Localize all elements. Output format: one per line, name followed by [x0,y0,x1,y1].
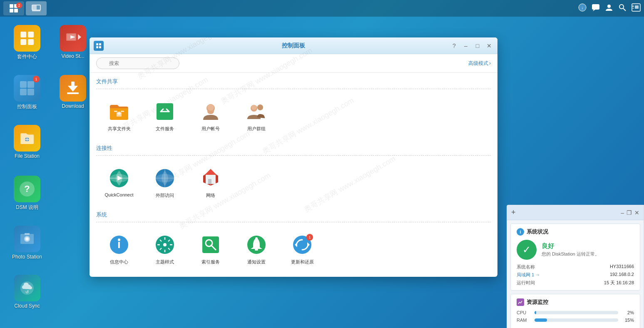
user-account-icon [199,100,222,123]
user-icon[interactable] [605,3,613,14]
sys-name-label: 系统名称 [517,264,574,270]
cp-minimize-btn[interactable]: – [462,42,470,50]
sys-lan-label[interactable]: 局域网 1 → [517,272,574,278]
svg-rect-18 [20,32,26,37]
svg-point-58 [207,104,214,111]
sys-panel-buttons: – ❐ ✕ [621,209,639,216]
cp-help-btn[interactable]: ? [450,42,458,50]
quickconnect-label: QuickConnect [104,192,133,197]
system-status-panel: + – ❐ ✕ i 系统状况 ✓ 良好 您的 DiskStation 运转正常。… [507,205,644,328]
cp-titlebar: 控制面板 ? – □ ✕ [90,37,497,54]
svg-line-13 [623,8,626,11]
cp-item-info-center[interactable]: i 信息中心 [96,229,142,269]
desktop-icon-dsm-help[interactable]: ? DSM 说明 [8,176,46,211]
sys-panel-add-btn[interactable]: + [511,208,516,217]
svg-text:↓: ↓ [582,5,584,10]
sys-lan-value: 192.168.0.2 [577,272,634,278]
cp-item-notify-settings[interactable]: 通知设置 [234,229,279,269]
cp-item-external-access[interactable]: 外部访问 [142,162,188,203]
photo-station-icon [14,226,40,252]
shared-folder-icon [107,100,131,123]
desktop-icon-control-panel[interactable]: 1 控制面板 [8,75,46,110]
cp-item-shared-folder[interactable]: 共享文件夹 [96,96,142,136]
svg-point-42 [25,237,29,241]
network-icon [199,166,222,190]
svg-rect-19 [28,32,34,37]
chat-icon[interactable] [592,3,600,14]
svg-point-11 [607,5,611,8]
suite-center-icon [14,25,40,52]
sys-panel-close-btn[interactable]: ✕ [634,209,639,216]
cp-item-network[interactable]: 网络 [188,162,234,203]
cp-advanced-mode[interactable]: 高级模式 › [468,60,491,67]
apps-button[interactable]: 2 [3,1,24,15]
video-station-icon [60,25,86,52]
svg-rect-93 [255,249,258,251]
cp-item-user-group[interactable]: 用户群组 [234,96,279,136]
svg-rect-48 [96,46,98,48]
file-service-icon [153,100,177,123]
svg-text:↺: ↺ [25,290,29,294]
cp-item-update-restore[interactable]: 1 更新和还原 [279,229,325,269]
svg-rect-5 [32,5,37,10]
cp-item-index-service[interactable]: 索引服务 [188,229,234,269]
sys-status-text: 良好 [542,242,599,250]
desktop-icon-cloud-sync[interactable]: ↺ Cloud Sync [8,275,46,309]
sys-panel-restore-btn[interactable]: ❐ [627,209,632,216]
cp-search-input[interactable] [96,57,179,69]
svg-point-61 [257,104,263,110]
dsm-help-icon: ? [14,176,40,202]
cp-close-btn[interactable]: ✕ [485,42,493,50]
sys-status-header: i 系统状况 [517,228,634,236]
sys-status-title: 系统状况 [527,228,548,236]
resource-title: 资源监控 [527,298,548,306]
svg-rect-28 [20,89,27,95]
svg-rect-0 [10,4,13,8]
update-restore-badge: 1 [306,234,313,241]
notification-icon[interactable]: ↓ [578,3,587,14]
svg-rect-20 [20,39,26,45]
control-panel-label: 控制面板 [17,103,37,110]
active-app-button[interactable] [26,1,47,15]
desktop-icon-download[interactable]: Download [54,75,92,109]
svg-rect-32 [67,92,79,94]
desktop-icon-suite-center[interactable]: 套件中心 [8,25,46,60]
desktop-icon-video-station[interactable]: Video St... [54,25,92,59]
svg-point-12 [619,5,624,9]
suite-center-label: 套件中心 [17,53,37,60]
cp-item-theme-style[interactable]: 主题样式 [142,229,188,269]
shared-folder-label: 共享文件夹 [108,126,131,132]
desktop-icon-file-station[interactable]: File Station [8,125,46,159]
control-panel-icon: 1 [14,75,40,102]
resource-header: 资源监控 [517,298,634,306]
cpu-row: CPU 2% [517,310,634,315]
cp-item-file-service[interactable]: 文件服务 [142,96,188,136]
search-icon[interactable] [618,3,627,14]
cp-item-quickconnect[interactable]: QuickConnect [96,162,142,203]
video-station-label: Video St... [61,53,84,59]
resource-monitor-icon [517,298,524,306]
resource-monitor-section: 资源监控 CPU 2% RAM 15% [510,294,640,328]
apps-badge: 2 [16,2,22,8]
download-label: Download [62,103,84,109]
file-sharing-grid: 共享文件夹 文件服务 [96,96,491,136]
svg-point-78 [118,239,120,241]
cpu-bar [535,311,536,314]
window-icon[interactable] [632,3,641,14]
file-service-label: 文件服务 [156,126,174,132]
cp-maximize-btn[interactable]: □ [473,42,482,50]
cloud-sync-icon: ↺ [14,275,40,301]
sys-status-section: i 系统状况 ✓ 良好 您的 DiskStation 运转正常。 系统名称 HY… [510,224,640,291]
svg-marker-23 [78,34,81,40]
cp-item-user-account[interactable]: 用户帐号 [188,96,234,136]
external-access-icon [153,166,177,190]
svg-text:?: ? [24,184,30,194]
external-access-label: 外部访问 [156,192,174,199]
svg-rect-47 [99,43,101,45]
desktop-icon-photo-station[interactable]: Photo Station [8,226,46,260]
taskbar: 2 ↓ [0,0,644,17]
sys-info-grid: 系统名称 HY3311666 局域网 1 → 192.168.0.2 运行时间 … [517,264,634,286]
section-connectivity: 连接性 [96,139,491,156]
sys-panel-minimize-btn[interactable]: – [621,209,624,216]
ram-pct: 15% [622,318,634,323]
